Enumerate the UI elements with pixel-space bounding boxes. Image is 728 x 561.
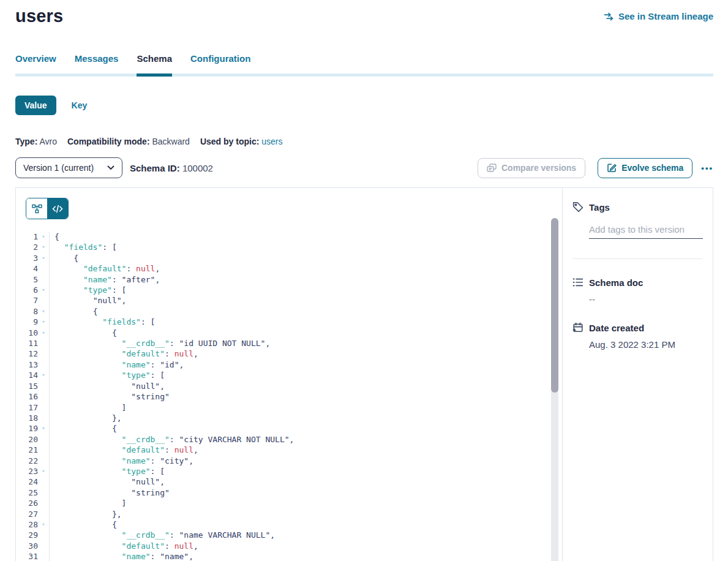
fold-arrow-icon[interactable]: ▾ (38, 253, 49, 263)
fold-spacer (38, 274, 49, 285)
version-select[interactable]: Version 1 (current) (15, 157, 122, 178)
tab-bar: Overview Messages Schema Configuration (15, 53, 713, 77)
line-number: 5 (16, 274, 38, 285)
line-number: 6 (16, 285, 38, 295)
fold-arrow-icon[interactable]: ▾ (38, 317, 49, 327)
tab-configuration[interactable]: Configuration (190, 53, 250, 73)
fold-spacer (38, 295, 49, 306)
code-text: { (50, 253, 78, 263)
code-line: 27 }, (16, 509, 562, 519)
tab-schema[interactable]: Schema (137, 53, 172, 73)
fold-arrow-icon[interactable]: ▾ (38, 306, 49, 317)
fold-spacer (38, 263, 49, 274)
value-key-toggle: Value Key (15, 96, 713, 115)
code-text: ] (50, 402, 126, 413)
editor-scrollbar-track[interactable] (551, 218, 558, 561)
evolve-schema-button[interactable]: Evolve schema (598, 158, 692, 178)
fold-spacer (38, 391, 49, 402)
add-tags-input[interactable] (589, 223, 703, 239)
line-number: 2 (16, 242, 38, 252)
line-number: 22 (16, 456, 38, 466)
code-line: 16 "string" (16, 391, 562, 402)
line-number: 17 (16, 402, 38, 413)
fold-arrow-icon[interactable]: ▾ (38, 466, 49, 476)
line-number: 20 (16, 434, 38, 445)
code-text: }, (50, 413, 122, 423)
line-number: 4 (16, 263, 38, 274)
fold-arrow-icon[interactable]: ▾ (38, 370, 49, 380)
code-line: 2▾ "fields": [ (16, 242, 562, 252)
code-line: 8▾ { (16, 306, 562, 317)
fold-arrow-icon[interactable]: ▾ (38, 328, 49, 338)
code-line: 20 "__crdb__": "city VARCHAR NOT NULL", (16, 434, 562, 445)
code-text: "type": [ (50, 466, 165, 476)
fold-arrow-icon[interactable]: ▾ (38, 232, 49, 242)
code-text: "string" (50, 488, 170, 498)
compare-versions-button[interactable]: Compare versions (478, 158, 585, 178)
schema-id: Schema ID: 100002 (130, 163, 213, 173)
fold-spacer (38, 381, 49, 391)
code-line: 23▾ "type": [ (16, 466, 562, 476)
tab-strip (15, 73, 713, 77)
fold-spacer (38, 551, 49, 561)
code-text: "default": null, (50, 445, 198, 455)
code-text: "__crdb__": "city VARCHAR NOT NULL", (50, 434, 294, 445)
code-line: 3▾ { (16, 253, 562, 263)
code-text: "fields": [ (50, 242, 117, 252)
page-header: users See in Stream lineage (15, 6, 713, 26)
tags-title: Tags (589, 202, 610, 213)
key-tab-button[interactable]: Key (72, 100, 88, 110)
line-number: 21 (16, 445, 38, 455)
tab-overview[interactable]: Overview (15, 53, 56, 73)
compatibility-label: Compatibility mode: (67, 137, 150, 146)
tree-view-icon (32, 204, 42, 214)
fold-arrow-icon[interactable]: ▾ (38, 285, 49, 295)
code-line: 18 }, (16, 413, 562, 423)
code-line: 24 "null", (16, 476, 562, 487)
schema-id-value: 100002 (182, 163, 213, 173)
line-number: 31 (16, 551, 38, 561)
schema-doc-title: Schema doc (589, 277, 643, 288)
fold-arrow-icon[interactable]: ▾ (38, 242, 49, 252)
code-line: 30 "default": null, (16, 541, 562, 551)
more-options-button[interactable]: ••• (701, 164, 713, 173)
code-view-button[interactable] (47, 198, 68, 219)
fold-spacer (38, 530, 49, 540)
fold-spacer (38, 445, 49, 455)
line-number: 30 (16, 541, 38, 551)
editor-scrollbar-thumb[interactable] (551, 218, 558, 393)
schema-editor: 1▾{2▾ "fields": [3▾ {4 "default": null,5… (16, 188, 562, 561)
code-text: }, (50, 509, 122, 519)
value-tab-button[interactable]: Value (15, 96, 56, 115)
list-icon (572, 277, 584, 288)
tab-messages[interactable]: Messages (75, 53, 119, 73)
topic-link[interactable]: users (261, 137, 282, 146)
see-in-stream-lineage-link[interactable]: See in Stream lineage (604, 11, 713, 21)
schema-sidebar: Tags Schema doc -- (562, 188, 713, 561)
line-number: 19 (16, 423, 38, 434)
fold-arrow-icon[interactable]: ▾ (38, 423, 49, 434)
code-text: "__crdb__": "name VARCHAR NULL", (50, 530, 275, 540)
code-line: 5 "name": "after", (16, 274, 562, 285)
code-text: ] (50, 498, 126, 508)
code-line: 4 "default": null, (16, 263, 562, 274)
tags-section: Tags (572, 201, 703, 259)
code-text: "name": "after", (50, 274, 160, 285)
type-label: Type: (15, 137, 37, 146)
fold-arrow-icon[interactable]: ▾ (38, 519, 49, 530)
code-text: { (50, 232, 59, 242)
fold-spacer (38, 488, 49, 498)
fold-spacer (38, 541, 49, 551)
topic-label: Used by topic: (200, 137, 259, 146)
code-text: "type": [ (50, 285, 126, 295)
tree-view-button[interactable] (26, 198, 47, 219)
code-text: "type": [ (50, 370, 165, 380)
line-number: 29 (16, 530, 38, 540)
compatibility-value: Backward (152, 137, 189, 146)
schema-doc-value: -- (589, 294, 703, 304)
code-text: "null", (50, 295, 126, 306)
code-text: { (50, 306, 97, 317)
used-by-topic: Used by topic: users (200, 137, 283, 146)
code-line: 13 "name": "id", (16, 360, 562, 370)
code-text: "name": "name", (50, 551, 193, 561)
